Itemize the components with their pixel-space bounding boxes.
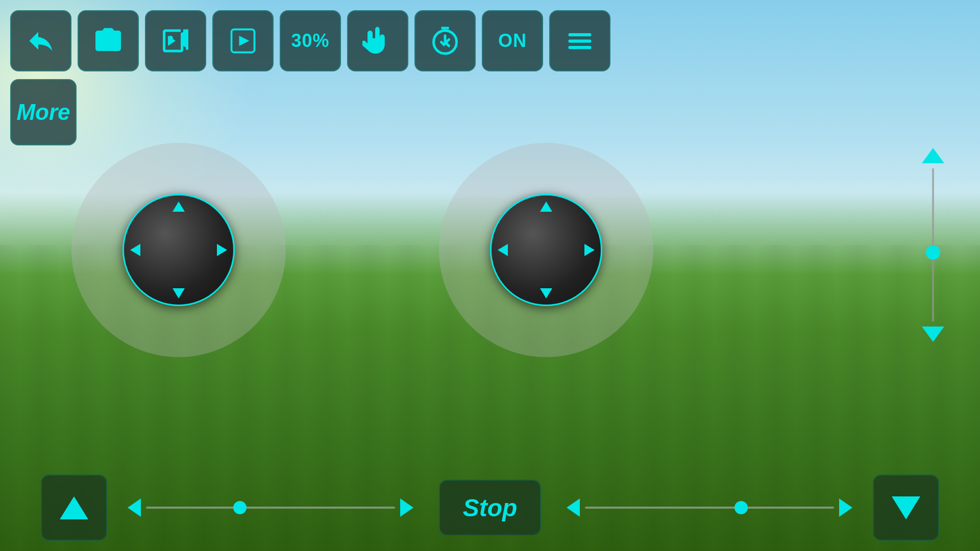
- right-joystick-area[interactable]: [439, 143, 653, 357]
- stop-label: Stop: [463, 494, 518, 522]
- menu-button[interactable]: [549, 10, 610, 71]
- camera-button[interactable]: [78, 10, 139, 71]
- up-button[interactable]: [41, 474, 107, 541]
- left-joystick-area[interactable]: [71, 143, 286, 357]
- vertical-slider-thumb[interactable]: [926, 245, 940, 260]
- right-horizontal-slider[interactable]: [567, 498, 852, 517]
- play-button[interactable]: [212, 10, 274, 71]
- down-arrow-icon: [892, 496, 920, 519]
- left-horizontal-slider[interactable]: [128, 498, 413, 517]
- vertical-slider-track[interactable]: [932, 168, 934, 321]
- menu-icon: [565, 26, 595, 56]
- on-label: ON: [498, 30, 527, 52]
- left-slider-chevron-right[interactable]: [400, 498, 413, 517]
- timer-button[interactable]: [414, 10, 476, 71]
- left-joystick-knob[interactable]: [122, 194, 235, 306]
- stop-button[interactable]: Stop: [439, 480, 541, 536]
- left-slider-thumb[interactable]: [233, 501, 247, 514]
- video-icon: [160, 26, 191, 56]
- gesture-icon: [362, 26, 393, 56]
- vertical-slider[interactable]: [922, 148, 944, 342]
- joystick-right-down-arrow: [540, 288, 552, 298]
- right-slider-track[interactable]: [585, 507, 834, 509]
- video-button[interactable]: [145, 10, 206, 71]
- right-slider-thumb[interactable]: [734, 501, 748, 514]
- slider-up-chevron[interactable]: [922, 148, 944, 163]
- up-arrow-icon: [60, 496, 88, 519]
- gesture-button[interactable]: [347, 10, 408, 71]
- joystick-right-up-arrow: [540, 202, 552, 212]
- joystick-right-right-arrow: [584, 244, 595, 256]
- percent-button[interactable]: 30%: [280, 10, 341, 71]
- more-button[interactable]: More: [10, 79, 77, 145]
- joystick-left-right-arrow: [217, 244, 227, 256]
- down-button[interactable]: [873, 474, 939, 541]
- right-slider-chevron-right[interactable]: [839, 498, 852, 517]
- more-label: More: [16, 99, 70, 125]
- left-slider-chevron-left[interactable]: [128, 498, 141, 517]
- toolbar: 30% ON: [10, 10, 610, 71]
- svg-rect-5: [569, 46, 592, 49]
- on-toggle-button[interactable]: ON: [482, 10, 543, 71]
- ui-layer: 30% ON: [0, 0, 980, 551]
- right-slider-chevron-left[interactable]: [567, 498, 580, 517]
- joystick-right-left-arrow: [498, 244, 508, 256]
- bottom-bar: Stop: [0, 474, 980, 541]
- timer-icon: [430, 26, 460, 56]
- camera-icon: [93, 26, 124, 56]
- exit-icon: [26, 26, 56, 56]
- exit-button[interactable]: [10, 10, 71, 71]
- right-joystick-knob[interactable]: [490, 194, 602, 306]
- joystick-left-down-arrow: [173, 288, 185, 298]
- play-icon: [228, 26, 258, 56]
- left-slider-track[interactable]: [146, 507, 395, 509]
- svg-rect-3: [569, 33, 592, 36]
- slider-down-chevron[interactable]: [922, 327, 944, 342]
- svg-rect-4: [569, 40, 592, 43]
- joystick-left-up-arrow: [173, 202, 185, 212]
- joystick-left-left-arrow: [130, 244, 140, 256]
- percent-label: 30%: [291, 30, 329, 52]
